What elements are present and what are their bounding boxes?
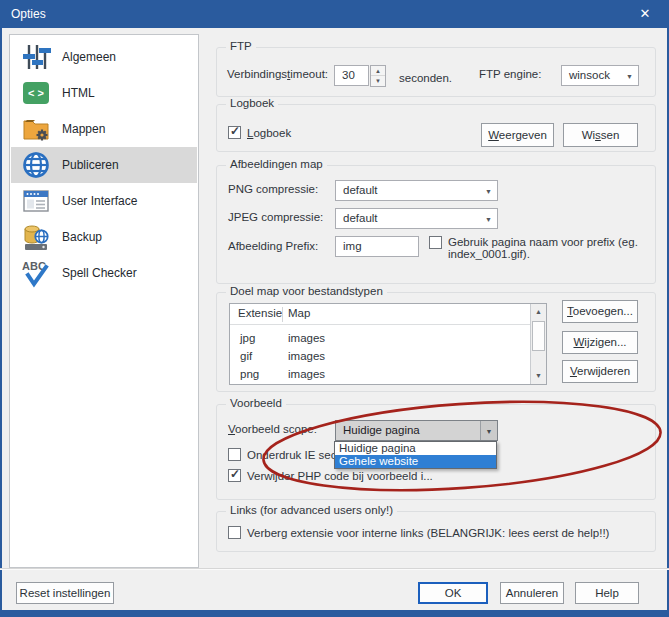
group-ftp-legend: FTP — [226, 40, 256, 52]
table-header: Extensie Map — [230, 304, 530, 325]
group-links-legend: Links (for advanced users only!) — [226, 504, 397, 516]
window-border-bottom — [0, 610, 669, 617]
dropdown-option-huidige-pagina[interactable]: Huidige pagina — [335, 442, 496, 455]
spellcheck-icon: ABC — [20, 257, 52, 289]
window-title: Opties — [11, 0, 46, 28]
column-divider — [282, 307, 283, 322]
svg-text:< >: < > — [28, 87, 44, 99]
wissen-button[interactable]: Wissen — [563, 123, 638, 147]
titlebar: Opties ✕ — [0, 0, 669, 28]
group-afbeeldingen: Afbeeldingen map PNG compressie: default… — [216, 165, 656, 284]
seconds-label: seconden. — [399, 72, 452, 84]
column-header-map[interactable]: Map — [288, 307, 310, 319]
voorbeeld-scope-combobox[interactable]: Huidige pagina ▼ — [335, 420, 498, 441]
jpeg-compressie-combobox[interactable]: default ▼ — [335, 208, 498, 229]
sidebar-item-label: User Interface — [62, 194, 137, 208]
png-compressie-combobox[interactable]: default ▼ — [335, 180, 498, 201]
options-dialog: Opties ✕ Algemeen < > — [0, 0, 669, 617]
weergeven-button[interactable]: Weergeven — [481, 123, 554, 147]
timeout-spinner[interactable]: ▲ ▼ — [370, 65, 386, 87]
checkbox-checked: ✓ — [228, 126, 241, 139]
chevron-down-icon: ▼ — [485, 181, 492, 202]
group-voorbeeld-legend: Voorbeeld — [226, 397, 286, 409]
group-logboek: Logboek ✓ Logboek Weergeven Wissen — [216, 104, 656, 152]
voorbeeld-scope-label: Voorbeeld scope: — [228, 423, 317, 435]
group-doelmap: Doel map voor bestandstypen Extensie Map… — [216, 292, 656, 392]
folder-gear-icon — [20, 113, 52, 145]
table-scrollbar[interactable]: ▲ ▼ — [530, 304, 546, 384]
use-page-name-checkbox[interactable]: Gebruik pagina naam voor prefix (eg. ind… — [429, 236, 664, 260]
sidebar-item-backup[interactable]: Backup — [11, 219, 197, 255]
filetype-table: Extensie Map jpgimages gifimages pngimag… — [229, 303, 547, 385]
onderdruk-ie-checkbox[interactable]: Onderdruk IE securi — [228, 448, 335, 461]
sidebar-item-label: Mappen — [62, 122, 105, 136]
sidebar-item-mappen[interactable]: Mappen — [11, 111, 197, 147]
checkbox-checked: ✓ — [228, 469, 241, 482]
sidebar-item-spell-checker[interactable]: ABC Spell Checker — [11, 255, 197, 291]
group-links: Links (for advanced users only!) Verberg… — [216, 511, 656, 552]
table-row[interactable]: pngimages — [230, 366, 530, 384]
scroll-down-icon[interactable]: ▼ — [531, 368, 546, 384]
logboek-checkbox[interactable]: ✓ Logboek — [228, 126, 291, 139]
sidebar-item-publiceren[interactable]: Publiceren — [11, 147, 197, 183]
timeout-label: Verbindingstimeout: — [227, 68, 328, 80]
spinner-up-icon[interactable]: ▲ — [371, 66, 385, 76]
wijzigen-button[interactable]: Wijzigen... — [562, 331, 638, 354]
column-header-extensie[interactable]: Extensie — [238, 307, 282, 319]
group-ftp: FTP Verbindingstimeout: 30 ▲ ▼ seconden.… — [216, 47, 656, 97]
sidebar-item-label: Backup — [62, 230, 102, 244]
backup-drive-icon — [20, 221, 52, 253]
checkbox-unchecked — [228, 526, 241, 539]
window-icon — [20, 185, 52, 217]
jpeg-compressie-label: JPEG compressie: — [228, 211, 323, 223]
sidebar-item-label: Algemeen — [62, 50, 116, 64]
spinner-down-icon[interactable]: ▼ — [371, 76, 385, 86]
group-logboek-legend: Logboek — [226, 97, 278, 109]
afbeelding-prefix-label: Afbeelding Prefix: — [228, 240, 318, 252]
checkbox-unchecked — [228, 448, 241, 461]
table-row[interactable]: gifimages — [230, 348, 530, 366]
scrollbar-thumb[interactable] — [532, 321, 545, 351]
scope-dropdown-list: Huidige pagina Gehele website — [334, 441, 497, 469]
table-row[interactable]: jpgimages — [230, 330, 530, 348]
chevron-down-icon: ▼ — [485, 209, 492, 230]
combo-arrow-button[interactable]: ▼ — [480, 421, 497, 440]
prefix-input[interactable]: img — [335, 236, 419, 257]
toevoegen-button[interactable]: Toevoegen... — [562, 300, 638, 323]
timeout-input[interactable]: 30 — [334, 65, 369, 86]
group-afbeeldingen-legend: Afbeeldingen map — [226, 158, 327, 170]
annuleren-button[interactable]: Annuleren — [500, 582, 564, 604]
ftp-engine-combobox[interactable]: winsock ▼ — [561, 65, 639, 86]
window-border-left — [0, 28, 2, 617]
footer-separator-highlight — [0, 569, 669, 570]
sidebar-item-label: Publiceren — [62, 158, 119, 172]
checkbox-unchecked — [429, 236, 442, 249]
close-icon[interactable]: ✕ — [633, 0, 657, 28]
sidebar-item-label: Spell Checker — [62, 266, 137, 280]
sliders-icon — [20, 41, 52, 73]
chevron-down-icon: ▼ — [486, 428, 493, 435]
sidebar-item-user-interface[interactable]: User Interface — [11, 183, 197, 219]
group-doelmap-legend: Doel map voor bestandstypen — [226, 285, 387, 297]
scroll-up-icon[interactable]: ▲ — [531, 304, 546, 320]
globe-icon — [20, 149, 52, 181]
help-button[interactable]: Help — [575, 582, 639, 604]
verwijderen-button[interactable]: Verwijderen — [562, 360, 638, 383]
chevron-down-icon: ▼ — [626, 66, 633, 87]
png-compressie-label: PNG compressie: — [228, 183, 318, 195]
reset-instellingen-button[interactable]: Reset instellingen — [16, 582, 114, 604]
verwijder-php-checkbox[interactable]: ✓ Verwijder PHP code bij voorbeeld i... — [228, 469, 433, 482]
verberg-extensie-checkbox[interactable]: Verberg extensie voor interne links (BEL… — [228, 526, 609, 539]
ok-button[interactable]: OK — [418, 582, 488, 604]
ftp-engine-label: FTP engine: — [479, 68, 541, 80]
dropdown-option-gehele-website[interactable]: Gehele website — [335, 455, 496, 468]
category-list: Algemeen < > HTML — [9, 34, 199, 568]
sidebar-item-algemeen[interactable]: Algemeen — [11, 39, 197, 75]
html-code-icon: < > — [20, 77, 52, 109]
sidebar-item-html[interactable]: < > HTML — [11, 75, 197, 111]
sidebar-item-label: HTML — [62, 86, 95, 100]
